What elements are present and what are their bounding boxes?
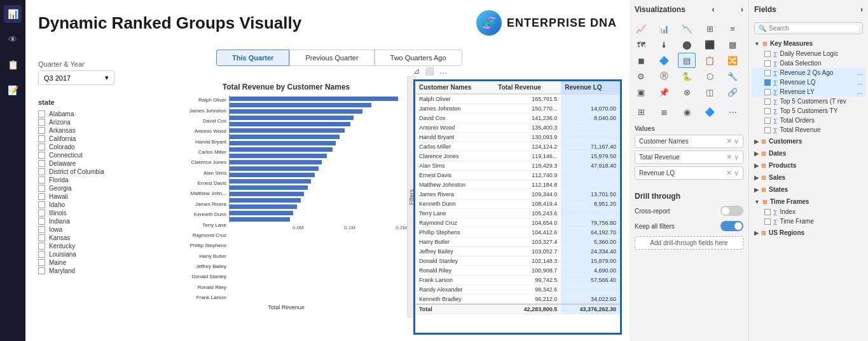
viz-icon-23[interactable]: ◫ (701, 84, 719, 100)
state-checkbox[interactable] (38, 201, 45, 208)
viz-icon-7[interactable]: ⬤ (678, 37, 696, 52)
state-checkbox[interactable] (38, 168, 45, 175)
state-item[interactable]: District of Columbia (38, 168, 165, 176)
bar-row[interactable] (230, 203, 407, 210)
field-more-icon[interactable]: … (857, 79, 863, 86)
state-item[interactable]: Louisiana (38, 250, 165, 258)
bar-row[interactable] (230, 191, 407, 197)
viz-icon-17[interactable]: 🐍 (678, 69, 696, 84)
field-slot[interactable]: Revenue LQ ✕ ∨ (635, 166, 743, 180)
tree-item-checkbox[interactable] (764, 108, 771, 114)
tree-item-checkbox[interactable] (764, 218, 771, 225)
state-item[interactable]: Illinois (38, 209, 165, 217)
viz-icon-10[interactable]: ◼ (632, 53, 650, 68)
table-row[interactable]: Ralph Oliver 165,791.5 (415, 94, 620, 104)
state-checkbox[interactable] (38, 193, 45, 200)
table-row[interactable]: Kenneth Bradley 96,212.0 34,022.60 (415, 295, 620, 305)
state-checkbox[interactable] (38, 267, 45, 274)
table-row[interactable]: David Cox 141,236.0 8,040.00 (415, 114, 620, 123)
viz-icon-2[interactable]: 📉 (678, 21, 696, 36)
table-row[interactable]: Donald Stanley 102,148.3 15,879.00 (415, 257, 620, 266)
state-checkbox[interactable] (38, 127, 45, 134)
state-checkbox[interactable] (38, 218, 45, 225)
state-item[interactable]: Maine (38, 258, 165, 267)
state-item[interactable]: Kansas (38, 234, 165, 242)
viz-icon-15[interactable]: ⚙ (632, 69, 650, 84)
state-checkbox[interactable] (38, 135, 45, 142)
tree-item[interactable]: ∑ Revenue LQ … (752, 77, 865, 87)
state-item[interactable]: Arizona (38, 118, 165, 126)
viz-icon-4[interactable]: ≡ (724, 21, 741, 36)
drill-keep-filters-toggle[interactable] (720, 221, 743, 231)
tree-item[interactable]: ∑ Top 5 Customers TY (752, 106, 865, 116)
state-checkbox[interactable] (38, 177, 45, 184)
bar-row[interactable] (230, 102, 407, 108)
tree-item-checkbox[interactable] (764, 117, 771, 124)
tree-item[interactable]: ∑ Total Orders (752, 116, 865, 125)
vi-more-icon[interactable]: ⋯ (724, 104, 741, 119)
state-item[interactable]: Iowa (38, 225, 165, 234)
field-more-icon[interactable]: … (857, 89, 863, 95)
table-row[interactable]: Alan Sims 118,429.3 47,918.40 (415, 161, 620, 171)
tab-previous-quarter[interactable]: Previous Quarter (289, 50, 374, 66)
tree-group-header-customers[interactable]: ▶ ⊞ Customers (752, 136, 865, 147)
col-header-names[interactable]: Customer Names (415, 81, 494, 94)
bar-row[interactable] (230, 210, 407, 216)
state-item[interactable]: Alabama (38, 110, 165, 118)
tree-item[interactable]: ∑ Total Revenue (752, 125, 865, 135)
drill-add-button[interactable]: Add drill-through fields here (635, 236, 743, 250)
table-row[interactable]: Carlos Miller 124,124.2 71,167.40 (415, 142, 620, 152)
state-item[interactable]: California (38, 135, 165, 143)
table-row[interactable]: Harold Bryant 130,093.9 (415, 133, 620, 142)
state-checkbox[interactable] (38, 185, 45, 192)
table-row[interactable]: Antonio Wood 135,400.3 (415, 123, 620, 133)
state-item[interactable]: Florida (38, 176, 165, 184)
sidebar-icon-report[interactable]: 📊 (4, 5, 22, 23)
viz-icon-9[interactable]: ▩ (724, 37, 741, 52)
tree-group-header-sales[interactable]: ▶ ⊞ Sales (752, 172, 865, 183)
sidebar-icon-data[interactable]: 📋 (4, 56, 22, 74)
viz-icon-8[interactable]: ⬛ (701, 37, 719, 52)
viz-panel-chevron-left[interactable]: ‹ (712, 5, 714, 14)
state-checkbox[interactable] (38, 160, 45, 167)
viz-icon-3[interactable]: ⊞ (701, 21, 719, 36)
field-slot[interactable]: Total Revenue ✕ ∨ (635, 150, 743, 164)
state-checkbox[interactable] (38, 144, 45, 150)
table-row[interactable]: Ronald Riley 100,908.7 4,690.00 (415, 266, 620, 276)
more-icon[interactable]: … (439, 67, 447, 76)
state-checkbox[interactable] (38, 234, 45, 241)
bar-row[interactable] (230, 159, 407, 165)
bar-row[interactable] (230, 108, 407, 114)
fields-search[interactable]: 🔍 (754, 22, 863, 34)
field-more-icon[interactable]: … (857, 70, 863, 76)
viz-icon-18[interactable]: ⬡ (701, 69, 719, 84)
slicer-dropdown[interactable]: Q3 2017 ▾ (38, 70, 114, 85)
tree-group-header-states[interactable]: ▶ ⊞ States (752, 184, 865, 195)
bar-row[interactable] (230, 152, 407, 159)
table-scroll[interactable]: Customer Names Total Revenue Revenue LQ … (415, 81, 620, 314)
field-slot-remove[interactable]: ✕ ∨ (726, 169, 739, 177)
table-row[interactable]: Harry Butler 103,327.4 5,360.00 (415, 237, 620, 247)
viz-icon-21[interactable]: 📌 (655, 84, 673, 100)
table-row[interactable]: Clarence Jones 119,146... 15,979.50 (415, 152, 620, 161)
state-checkbox[interactable] (38, 259, 45, 266)
bar-row[interactable] (230, 121, 407, 127)
tree-item[interactable]: ∑ Daily Revenue Logic (752, 49, 865, 58)
table-row[interactable]: Frank Larson 99,742.5 57,566.40 (415, 276, 620, 285)
state-item[interactable]: Georgia (38, 184, 165, 192)
fields-search-input[interactable] (769, 25, 858, 32)
viz-icon-19[interactable]: 🔧 (724, 69, 741, 84)
bar-row[interactable] (230, 171, 407, 178)
table-row[interactable]: Ernest Davis 112,740.9 (415, 171, 620, 180)
fields-panel-expand[interactable]: › (860, 5, 863, 14)
tree-item-checkbox[interactable] (764, 209, 771, 215)
state-checkbox[interactable] (38, 243, 45, 250)
table-row[interactable]: Terry Lane 105,243.6 (415, 209, 620, 218)
viz-icon-20[interactable]: ▣ (632, 84, 650, 100)
state-item[interactable]: Connecticut (38, 151, 165, 159)
tab-this-quarter[interactable]: This Quarter (216, 50, 289, 66)
tree-item-checkbox[interactable] (764, 70, 771, 76)
field-slot-remove[interactable]: ✕ ∨ (726, 137, 739, 145)
tree-group-header-products[interactable]: ▶ ⊞ Products (752, 160, 865, 171)
bar-row[interactable] (230, 133, 407, 140)
